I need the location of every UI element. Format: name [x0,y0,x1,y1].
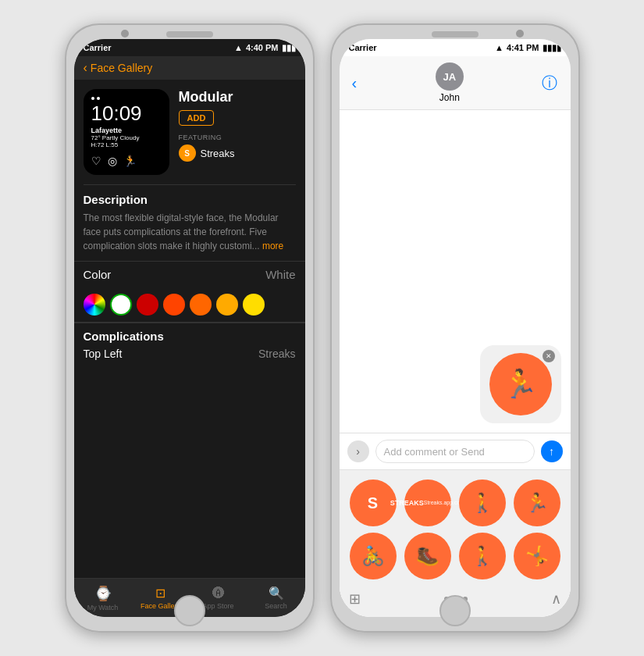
runner-sticker: 🏃 [503,368,538,401]
amber-swatch[interactable] [216,294,238,316]
right-battery-icon: ▮▮▮▮ [543,43,561,53]
right-wifi-icon: ▲ [495,43,503,52]
expand-button[interactable]: › [347,440,369,462]
send-button[interactable]: ↑ [541,440,563,462]
rainbow-swatch[interactable] [84,294,105,316]
app-store-label: App Store [202,602,233,610]
yellow-swatch[interactable] [243,294,265,316]
left-wifi-icon: ▲ [234,43,243,52]
left-home-button[interactable] [174,595,205,626]
sticker-walk[interactable]: 🚶 [459,480,506,526]
sticker-run[interactable]: 🏃 [514,480,560,526]
right-phone: Carrier ▲ 4:41 PM ▮▮▮▮ ‹ JA John ⓘ [330,23,580,633]
info-button[interactable]: ⓘ [542,73,557,94]
back-chevron: ‹ [84,61,87,75]
color-swatches [74,287,305,323]
messages-back-button[interactable]: ‹ [352,74,358,92]
message-input-field[interactable]: Add comment or Send [375,440,535,463]
sticker-grid: S STREAKSStreaks.app.com 🚶 🏃 🚴 🥾 🚶 🤸 [349,480,561,579]
apps-icon: ⊞ [349,590,361,608]
messages-nav-bar: ‹ JA John ⓘ [340,56,571,110]
my-watch-icon: ⌚ [94,585,112,602]
top-left-label: Top Left [84,348,123,360]
complications-title: Complications [84,330,296,343]
sticker-bike[interactable]: 🚴 [350,533,397,579]
dot [91,97,94,100]
contact-name: John [439,92,460,103]
my-watch-label: My Watch [87,604,119,611]
featuring-label: FEATURING [179,134,296,141]
sticker-close-button[interactable]: ✕ [543,350,555,362]
watch-face-thumbnail[interactable]: 10:09 Lafayette 72° Partly Cloudy H:72 L… [84,89,169,175]
right-home-button[interactable] [439,595,471,626]
right-status-bar: Carrier ▲ 4:41 PM ▮▮▮▮ [340,39,571,56]
left-carrier: Carrier [84,43,112,52]
description-text: The most flexible digital-style face, th… [84,211,296,253]
color-label: Color [84,268,112,281]
feature-app-name: Streaks [201,148,235,159]
watch-face-complication-icons: ♡ ◎ 🏃 [91,155,162,167]
apps-button[interactable]: ⊞ [349,590,361,608]
messages-body: 🏃 ✕ › Add comment or Send ↑ S STREAKSSt [340,110,571,617]
right-speaker [432,31,479,37]
sticker-bubble: 🏃 ✕ [489,353,552,415]
search-icon: 🔍 [269,586,284,601]
watch-face-weather: 72° Partly Cloudy [91,134,162,141]
watch-nav-bar: ‹ Face Gallery [74,56,305,80]
watch-face-dots [91,97,162,100]
more-link[interactable]: more [262,241,283,251]
watch-face-time: 10:09 [91,103,162,123]
left-status-icons: ▲ 4:40 PM ▮▮▮ [234,43,295,53]
message-placeholder: Add comment or Send [384,446,485,458]
back-label: Face Gallery [91,62,152,74]
sticker-s-circle[interactable]: S [350,480,397,526]
red-swatch[interactable] [137,294,158,316]
left-status-bar: Carrier ▲ 4:40 PM ▮▮▮ [74,39,305,56]
top-left-value: Streaks [258,348,295,360]
run-icon: 🏃 [123,155,137,167]
color-section: Color White [74,261,305,287]
left-camera [121,30,129,37]
collapse-button[interactable]: ∧ [551,590,561,608]
sticker-walk2[interactable]: 🚶 [459,533,506,579]
feature-app: S Streaks [179,144,296,162]
message-bubble-area: 🏃 ✕ [340,110,571,433]
watch-face-preview: 10:09 Lafayette 72° Partly Cloudy H:72 L… [84,89,296,175]
sticker-streaks-text[interactable]: STREAKSStreaks.app.com [404,480,451,526]
complication-row[interactable]: Top Left Streaks [84,348,296,360]
watch-face-temp: H:72 L:55 [91,141,162,148]
sticker-hike[interactable]: 🥾 [404,533,451,579]
left-speaker [166,31,213,37]
right-carrier: Carrier [349,43,377,52]
right-camera [516,30,524,37]
right-status-icons: ▲ 4:41 PM ▮▮▮▮ [495,43,560,53]
color-value: White [265,268,295,281]
left-phone-screen: Carrier ▲ 4:40 PM ▮▮▮ ‹ Face Gallery [74,39,305,617]
streaks-icon: S [179,144,196,162]
back-button[interactable]: ‹ Face Gallery [84,61,153,75]
search-label: Search [265,602,287,610]
white-swatch[interactable] [110,294,132,316]
left-phone: Carrier ▲ 4:40 PM ▮▮▮ ‹ Face Gallery [65,23,315,633]
sticker-gymnastics[interactable]: 🤸 [514,533,560,579]
watch-face-info: Modular ADD FEATURING S Streaks [179,89,296,162]
orange-swatch[interactable] [190,294,212,316]
description-section: Description The most flexible digital-st… [74,185,305,261]
contact-avatar: JA [436,62,464,91]
tab-my-watch[interactable]: ⌚ My Watch [74,579,132,617]
watch-face-city: Lafayette [91,127,162,134]
dot [97,97,100,100]
add-face-button[interactable]: ADD [179,110,215,126]
left-time: 4:40 PM [246,43,279,52]
message-input-bar: › Add comment or Send ↑ [340,433,571,469]
left-battery-icon: ▮▮▮ [282,43,296,53]
orange-red-swatch[interactable] [163,294,185,316]
heart-icon: ♡ [91,155,101,167]
contact-info[interactable]: JA John [436,62,464,103]
watch-content: 10:09 Lafayette 72° Partly Cloudy H:72 L… [74,80,305,578]
right-time: 4:41 PM [507,43,539,52]
tab-search[interactable]: 🔍 Search [247,579,305,617]
activity-icon: ◎ [108,155,117,167]
message-bubble: 🏃 ✕ [480,345,561,423]
face-gallery-icon: ⊡ [155,586,165,601]
